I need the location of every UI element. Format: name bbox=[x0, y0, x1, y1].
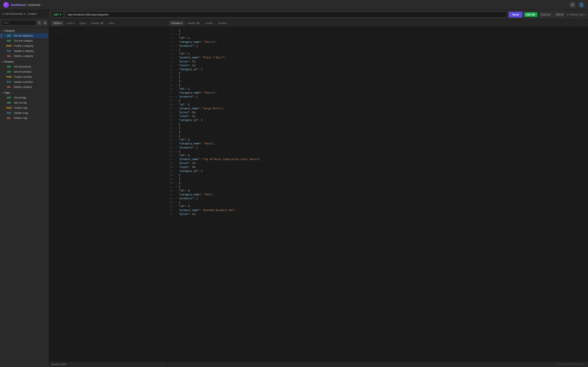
sidebar-item-get-all-tags[interactable]: GET Get all tags bbox=[1, 95, 48, 100]
tab-preview[interactable]: Preview ▾ bbox=[169, 21, 185, 26]
line-number: 41 bbox=[169, 185, 176, 189]
line-gutter[interactable]: ▾ bbox=[176, 33, 179, 36]
dashboard-link[interactable]: Dashboard bbox=[11, 3, 26, 7]
line-gutter[interactable]: ▾ bbox=[176, 49, 179, 52]
sidebar-content: ▾ Category GET Get all categories GET Ge… bbox=[0, 28, 49, 367]
tab-query[interactable]: Query bbox=[77, 21, 89, 26]
method-badge-post: POST bbox=[6, 76, 12, 78]
json-line: 32▾ { bbox=[167, 150, 588, 154]
group-category[interactable]: ▾ Category bbox=[0, 28, 49, 33]
line-content: "product_name": "Cargo Shorts", bbox=[179, 107, 224, 111]
group-product-arrow: ▾ bbox=[2, 61, 3, 63]
filter-input[interactable] bbox=[2, 20, 36, 25]
sidebar-item-get-all-products[interactable]: GET Get all products bbox=[1, 64, 48, 69]
line-gutter[interactable]: ▾ bbox=[176, 197, 179, 200]
method-badge-get: GET bbox=[6, 101, 12, 104]
item-label: Get one product bbox=[14, 70, 31, 73]
right-tab-bar: Preview ▾ Header 7 Cookie Timeline bbox=[167, 20, 588, 27]
line-gutter[interactable]: ▾ bbox=[176, 146, 179, 150]
json-token: : bbox=[189, 64, 192, 67]
tab-response-header-badge: 7 bbox=[196, 22, 200, 24]
json-token: : bbox=[189, 111, 192, 114]
item-label: Get all tags bbox=[14, 96, 26, 99]
sidebar-item-create-category[interactable]: POST Create a category bbox=[1, 43, 48, 48]
json-line: 45▾ { bbox=[167, 201, 588, 205]
method-selector[interactable]: GET ▾ bbox=[52, 12, 64, 17]
line-content: "id": 3, bbox=[179, 138, 191, 142]
line-content: "products": [ bbox=[179, 146, 198, 150]
json-line: 17"category_name": "Shorts", bbox=[167, 91, 588, 95]
line-content: "price": 15, bbox=[179, 60, 196, 64]
tab-response-header[interactable]: Header 7 bbox=[185, 21, 202, 26]
line-gutter[interactable]: ▾ bbox=[176, 201, 179, 204]
json-line: 42"id": 4, bbox=[167, 189, 588, 193]
env-dot bbox=[2, 13, 4, 15]
add-button[interactable]: ⊕ bbox=[43, 20, 47, 25]
group-tags[interactable]: ▾ Tags bbox=[0, 90, 49, 95]
sidebar-item-delete-tag[interactable]: DEL Delete a tag bbox=[1, 116, 48, 120]
sidebar-item-create-product[interactable]: POST Create a product bbox=[1, 75, 48, 79]
line-gutter[interactable]: ▾ bbox=[176, 95, 179, 99]
sidebar-item-get-all-categories[interactable]: GET Get all categories bbox=[1, 33, 48, 38]
json-token: : bbox=[185, 37, 188, 40]
sidebar-item-delete-product[interactable]: DEL Delete a product bbox=[1, 85, 48, 90]
jq-placeholder: $.store.books[*].author bbox=[554, 363, 586, 366]
sidebar-item-update-tag[interactable]: PUT Update a tag bbox=[1, 110, 48, 115]
json-line: 23"stock": 22, bbox=[167, 115, 588, 118]
line-content: { bbox=[179, 185, 180, 189]
line-gutter[interactable]: ▾ bbox=[176, 84, 179, 87]
left-tab-bar: JSON ▾ Auth ▾ Query Header 1 bbox=[49, 20, 167, 27]
title-dropdown-arrow[interactable]: ▾ bbox=[41, 4, 42, 6]
tab-timeline[interactable]: Timeline bbox=[215, 21, 229, 26]
line-number: 4 bbox=[169, 41, 176, 44]
sidebar-item-get-one-tag[interactable]: GET Get one tag bbox=[1, 100, 48, 105]
json-token: "product_name" bbox=[179, 158, 199, 161]
line-content: "stock": 22, bbox=[179, 115, 196, 118]
sidebar-item-delete-category[interactable]: DEL Delete a category bbox=[1, 54, 48, 58]
url-input[interactable] bbox=[65, 12, 507, 17]
line-number: 10 bbox=[169, 64, 176, 68]
sidebar-item-update-category[interactable]: PUT Update a category bbox=[1, 49, 48, 53]
json-token: 3 bbox=[201, 170, 202, 173]
json-token: 30 bbox=[192, 111, 195, 114]
line-content: { bbox=[179, 48, 180, 52]
beautify-button[interactable]: Beautify JSON bbox=[52, 363, 66, 366]
json-token: [ bbox=[179, 29, 180, 32]
left-code-content: 1 ... bbox=[49, 29, 167, 36]
line-gutter[interactable]: ▾ bbox=[176, 134, 179, 138]
tab-json[interactable]: JSON ▾ bbox=[51, 21, 64, 26]
line-gutter[interactable]: ▾ bbox=[176, 185, 179, 189]
line-number: 31 bbox=[169, 146, 176, 150]
json-token: "products" bbox=[179, 197, 194, 200]
tab-cookie[interactable]: Cookie bbox=[203, 21, 215, 26]
json-token: : bbox=[198, 68, 201, 71]
user-button[interactable]: 👤 bbox=[578, 2, 585, 8]
tab-docs[interactable]: Docs bbox=[106, 21, 117, 26]
tab-header[interactable]: Header 1 bbox=[89, 21, 106, 26]
method-badge-get: GET bbox=[6, 66, 12, 68]
sidebar-item-get-one-category[interactable]: GET Get one category bbox=[1, 38, 48, 43]
line-gutter[interactable]: ▾ bbox=[176, 45, 179, 48]
sidebar-item-get-one-product[interactable]: GET Get one product bbox=[1, 69, 48, 74]
json-line: 12 } bbox=[167, 72, 588, 75]
sidebar-item-update-product[interactable]: PUT Update a product bbox=[1, 80, 48, 84]
json-token: "category_name" bbox=[179, 41, 201, 44]
response-time: 8.23 ms bbox=[539, 12, 553, 17]
line-content: { bbox=[179, 99, 180, 103]
send-button[interactable]: Send bbox=[509, 12, 522, 17]
tab-json-label: JSON bbox=[53, 22, 60, 25]
line-content: "category_name": "Shirts", bbox=[179, 40, 217, 44]
json-token: "Top 40 Music Compilation Vinyl Record" bbox=[202, 158, 260, 161]
group-product[interactable]: ▾ Product bbox=[0, 59, 49, 64]
request-timestamp: 17 Minutes Ago ▾ bbox=[567, 13, 586, 16]
line-gutter[interactable]: ▾ bbox=[176, 150, 179, 154]
env-selector[interactable]: No Environment ▾ bbox=[2, 12, 25, 15]
cookies-button[interactable]: Cookies bbox=[28, 12, 36, 15]
group-tags-label: Tags bbox=[4, 91, 10, 94]
json-token: : bbox=[199, 158, 202, 161]
sort-button[interactable]: ⇅ bbox=[37, 20, 42, 25]
line-gutter[interactable]: ▾ bbox=[176, 99, 179, 103]
sidebar-item-create-tag[interactable]: POST Create a tag bbox=[1, 105, 48, 110]
tab-auth[interactable]: Auth ▾ bbox=[65, 21, 77, 26]
settings-button[interactable]: ⚙ bbox=[569, 2, 576, 8]
